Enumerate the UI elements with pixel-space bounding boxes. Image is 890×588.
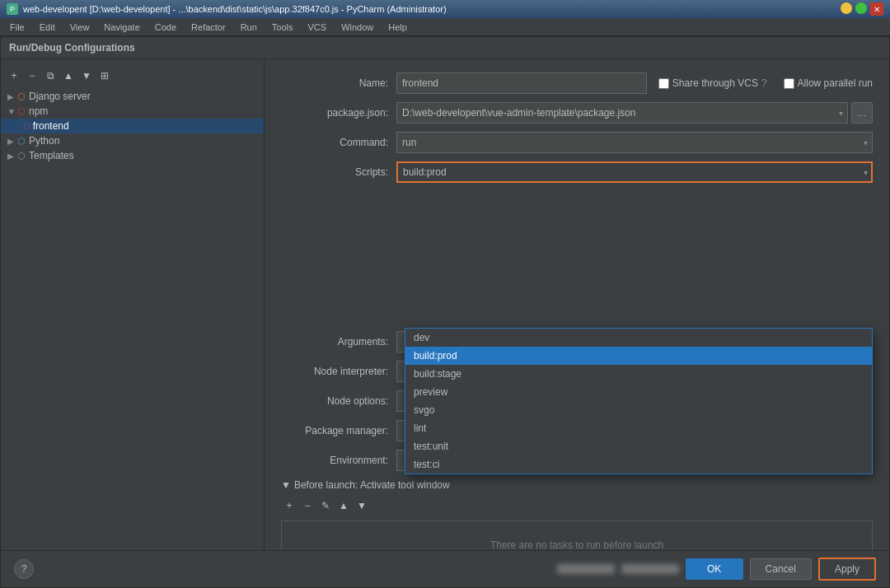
tree-item-python[interactable]: ▶ ⬡ Python: [1, 133, 264, 148]
help-button[interactable]: ?: [14, 559, 34, 579]
move-up-btn[interactable]: ▲: [60, 68, 77, 84]
tree-label-django: Django server: [29, 91, 91, 102]
tree-item-templates[interactable]: ▶ ⬡ Templates: [1, 148, 264, 163]
menu-bar: File Edit View Navigate Code Refactor Ru…: [0, 18, 890, 36]
run-debug-dialog: Run/Debug Configurations + − ⧉ ▲ ▼ ⊞ ▶ ⬡…: [0, 36, 890, 588]
tree-item-django[interactable]: ▶ ⬡ Django server: [1, 89, 264, 104]
before-launch-label: Before launch: Activate tool window: [294, 479, 450, 491]
dropdown-item-lint[interactable]: lint: [405, 419, 872, 437]
node-options-label: Node options:: [281, 395, 396, 407]
tree-label-python: Python: [29, 135, 59, 147]
maximize-btn[interactable]: [855, 2, 867, 14]
menu-vcs[interactable]: VCS: [302, 21, 334, 34]
package-json-browse-btn[interactable]: …: [851, 102, 873, 124]
arguments-label: Arguments:: [281, 336, 396, 348]
django-icon: ⬡: [17, 91, 26, 102]
before-launch-toolbar: + − ✎ ▲ ▼: [281, 497, 873, 514]
before-launch-expand-icon[interactable]: ▼: [281, 479, 291, 491]
cancel-button[interactable]: Cancel: [750, 558, 812, 580]
dropdown-item-preview[interactable]: preview: [405, 383, 872, 401]
package-json-row: package.json: ▾ …: [281, 102, 873, 124]
package-json-input[interactable]: [396, 102, 848, 124]
copy-config-btn[interactable]: ⧉: [42, 68, 59, 84]
dropdown-item-build-stage[interactable]: build:stage: [405, 365, 872, 383]
vcs-label: Share through VCS: [672, 77, 758, 89]
sort-btn[interactable]: ⊞: [96, 68, 113, 84]
command-select[interactable]: run install build test: [396, 132, 873, 153]
dropdown-item-test-unit[interactable]: test:unit: [405, 437, 872, 455]
menu-code[interactable]: Code: [148, 21, 183, 34]
remove-config-btn[interactable]: −: [24, 68, 40, 84]
left-toolbar: + − ⧉ ▲ ▼ ⊞: [1, 66, 264, 86]
before-launch-header: ▼ Before launch: Activate tool window: [281, 479, 873, 491]
menu-edit[interactable]: Edit: [33, 21, 62, 34]
add-config-btn[interactable]: +: [6, 68, 22, 84]
dropdown-item-test-ci[interactable]: test:ci: [405, 455, 872, 474]
package-manager-label: Package manager:: [281, 425, 396, 436]
move-down-btn[interactable]: ▼: [78, 68, 95, 84]
remove-task-btn[interactable]: −: [299, 497, 316, 514]
dropdown-item-svgo[interactable]: svgo: [405, 401, 872, 419]
dropdown-item-build-prod[interactable]: build:prod: [405, 347, 872, 365]
vcs-checkbox[interactable]: [658, 78, 669, 89]
tree-label-templates: Templates: [29, 150, 74, 161]
before-launch-empty-area: There are no tasks to run before launch: [281, 520, 873, 550]
dropdown-item-dev[interactable]: dev: [405, 329, 872, 347]
add-task-btn[interactable]: +: [281, 497, 297, 514]
app-icon: P: [7, 3, 18, 15]
parallel-checkbox[interactable]: [784, 78, 794, 89]
edit-task-btn[interactable]: ✎: [317, 497, 334, 514]
menu-help[interactable]: Help: [382, 21, 414, 34]
npm-icon: ⬡: [17, 106, 26, 117]
python-icon: ⬡: [17, 136, 26, 147]
menu-run[interactable]: Run: [234, 21, 264, 34]
name-input[interactable]: [396, 72, 647, 94]
ok-button[interactable]: OK: [686, 558, 743, 580]
menu-navigate[interactable]: Navigate: [97, 21, 146, 34]
tree-label-frontend: frontend: [33, 120, 69, 132]
expand-templates-icon: ▶: [7, 152, 17, 161]
scripts-dropdown: dev build:prod build:stage preview svgo …: [405, 328, 873, 474]
blurred-btn-2: [621, 564, 679, 574]
scripts-label: Scripts:: [281, 166, 396, 178]
command-row: Command: run install build test ▾: [281, 132, 873, 153]
frontend-icon: □: [24, 121, 30, 131]
window-title: web-developent [D:\web-developent] - ...…: [23, 4, 447, 14]
scripts-input[interactable]: [396, 161, 873, 183]
title-bar: P web-developent [D:\web-developent] - .…: [0, 0, 890, 18]
right-panel: Name: Share through VCS ? Allow parallel…: [265, 59, 889, 550]
parallel-label: Allow parallel run: [798, 77, 873, 89]
apply-button[interactable]: Apply: [818, 558, 876, 581]
before-launch-empty-message: There are no tasks to run before launch: [490, 539, 663, 550]
name-row: Name: Share through VCS ? Allow parallel…: [281, 72, 873, 94]
menu-view[interactable]: View: [63, 21, 96, 34]
vcs-help-icon: ?: [761, 77, 767, 89]
expand-django-icon: ▶: [7, 92, 17, 101]
expand-npm-icon: ▼: [7, 107, 17, 116]
dialog-title: Run/Debug Configurations: [1, 37, 889, 59]
tree-item-frontend[interactable]: □ frontend: [1, 119, 264, 133]
scripts-row: Scripts: ▾ dev build:prod build:stage pr…: [281, 161, 873, 183]
menu-window[interactable]: Window: [335, 21, 380, 34]
command-label: Command:: [281, 137, 396, 148]
menu-refactor[interactable]: Refactor: [185, 21, 232, 34]
name-label: Name:: [281, 77, 396, 89]
expand-python-icon: ▶: [7, 137, 17, 146]
minimize-btn[interactable]: [841, 2, 852, 14]
node-interpreter-label: Node interpreter:: [281, 366, 396, 377]
move-task-down-btn[interactable]: ▼: [354, 497, 370, 514]
menu-file[interactable]: File: [3, 21, 31, 34]
left-panel: + − ⧉ ▲ ▼ ⊞ ▶ ⬡ Django server ▼ ⬡ npm □ …: [1, 59, 265, 550]
menu-tools[interactable]: Tools: [265, 21, 300, 34]
blurred-btn-1: [557, 564, 615, 574]
environment-label: Environment:: [281, 455, 396, 466]
templates-icon: ⬡: [17, 151, 26, 161]
tree-label-npm: npm: [29, 105, 48, 117]
close-btn[interactable]: ✕: [870, 2, 883, 16]
move-task-up-btn[interactable]: ▲: [335, 497, 352, 514]
package-json-label: package.json:: [281, 107, 396, 119]
tree-item-npm[interactable]: ▼ ⬡ npm: [1, 104, 264, 119]
dialog-footer: ? OK Cancel Apply: [1, 550, 889, 587]
